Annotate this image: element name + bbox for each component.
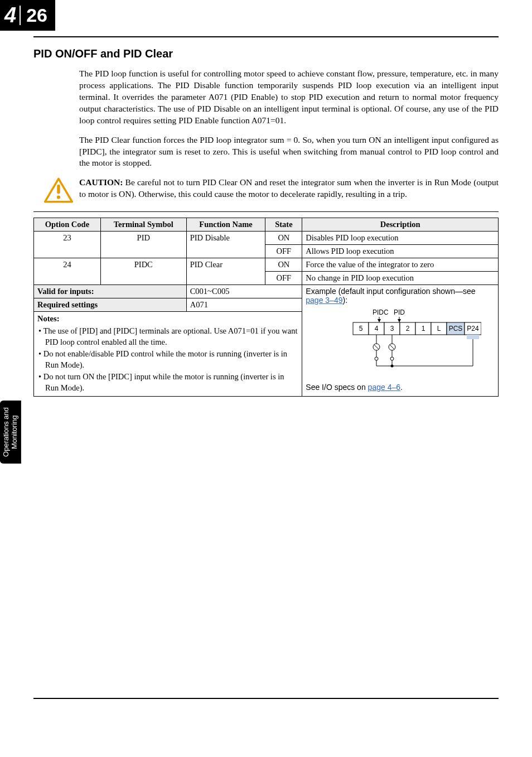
required-settings-value: A071 — [186, 298, 302, 312]
svg-text:P24: P24 — [467, 325, 479, 332]
example-after: ): — [342, 296, 347, 305]
cell-description: Allows PID loop execution — [302, 245, 499, 258]
header-terminal-symbol: Terminal Symbol — [100, 218, 186, 232]
page-separator — [20, 6, 21, 25]
svg-text:5: 5 — [359, 325, 362, 332]
iospec-after: . — [400, 383, 403, 392]
header-function-name: Function Name — [186, 218, 265, 232]
svg-text:PCS: PCS — [448, 325, 462, 332]
cell-option-code: 24 — [34, 258, 101, 285]
diagram-label-pidc: PIDC — [373, 308, 389, 316]
caution-body: Be careful not to turn PID Clear ON and … — [79, 177, 499, 199]
caution-label: CAUTION: — [79, 177, 123, 187]
svg-rect-23 — [467, 335, 479, 339]
page-number: 26 — [22, 4, 47, 26]
cell-option-code: 23 — [34, 232, 101, 258]
paragraph-2: The PID Clear function forces the PID lo… — [79, 134, 499, 170]
diagram-label-pid: PID — [394, 308, 405, 316]
notes-title: Notes: — [37, 314, 59, 323]
note-item: • The use of [PID] and [PIDC] terminals … — [38, 326, 298, 348]
header-description: Description — [302, 218, 499, 232]
valid-inputs-value: C001~C005 — [186, 285, 302, 298]
cell-state: ON — [265, 258, 302, 272]
spec-table: Option Code Terminal Symbol Function Nam… — [33, 218, 499, 397]
cell-function-name: PID Disable — [186, 232, 265, 258]
header-option-code: Option Code — [34, 218, 101, 232]
footer-rule — [33, 698, 499, 699]
svg-text:3: 3 — [390, 325, 394, 332]
svg-text:1: 1 — [421, 325, 425, 332]
cell-description: Force the value of the integrator to zer… — [302, 258, 499, 272]
page-number-block: 4 26 — [0, 0, 55, 31]
example-cell: Example (default input configuration sho… — [302, 285, 499, 397]
svg-marker-6 — [398, 319, 401, 322]
caution-rule — [33, 211, 499, 212]
side-tab: Operations andMonitoring — [0, 401, 21, 464]
chapter-number: 4 — [4, 3, 18, 27]
note-item: • Do not turn ON the [PIDC] input while … — [38, 372, 298, 393]
svg-text:2: 2 — [405, 325, 409, 332]
caution-triangle-icon — [43, 177, 74, 204]
svg-text:L: L — [437, 325, 441, 332]
caution-text: CAUTION: Be careful not to turn PID Clea… — [79, 177, 499, 200]
header-rule — [33, 36, 499, 37]
svg-text:4: 4 — [374, 325, 378, 332]
note-item: • Do not enable/disable PID control whil… — [38, 349, 298, 370]
table-row: 23 PID PID Disable ON Disables PID loop … — [34, 232, 499, 245]
svg-point-2 — [57, 196, 60, 199]
svg-marker-4 — [378, 319, 381, 322]
notes-cell: Notes: • The use of [PID] and [PIDC] ter… — [34, 312, 302, 397]
example-label: Example (default input configuration sho… — [306, 287, 475, 296]
cell-function-name: PID Clear — [186, 258, 265, 285]
cell-description: Disables PID loop execution — [302, 232, 499, 245]
svg-point-33 — [390, 357, 394, 360]
cell-state: ON — [265, 232, 302, 245]
valid-inputs-label: Valid for inputs: — [34, 285, 187, 298]
caution-block: CAUTION: Be careful not to turn PID Clea… — [79, 177, 499, 204]
table-header-row: Option Code Terminal Symbol Function Nam… — [34, 218, 499, 232]
header-state: State — [265, 218, 302, 232]
page-header: 4 26 — [0, 0, 532, 31]
cell-description: No change in PID loop execution — [302, 272, 499, 285]
iospec-label: See I/O specs on — [306, 383, 367, 392]
cell-state: OFF — [265, 272, 302, 285]
table-row: Valid for inputs: C001~C005 Example (def… — [34, 285, 499, 298]
svg-line-29 — [390, 345, 394, 349]
terminal-diagram: PIDC PID 5 4 — [306, 308, 495, 375]
example-link[interactable]: page 3–49 — [306, 296, 342, 305]
cell-terminal-symbol: PIDC — [100, 258, 186, 285]
required-settings-label: Required settings — [34, 298, 187, 312]
svg-point-31 — [375, 357, 378, 360]
table-row: 24 PIDC PID Clear ON Force the value of … — [34, 258, 499, 272]
cell-terminal-symbol: PID — [100, 232, 186, 258]
iospec-link[interactable]: page 4–6 — [368, 383, 400, 392]
paragraph-1: The PID loop function is useful for cont… — [79, 68, 499, 127]
svg-line-26 — [374, 345, 379, 349]
svg-rect-1 — [57, 185, 60, 194]
cell-state: OFF — [265, 245, 302, 258]
svg-point-37 — [390, 365, 393, 368]
section-title: PID ON/OFF and PID Clear — [33, 47, 499, 60]
